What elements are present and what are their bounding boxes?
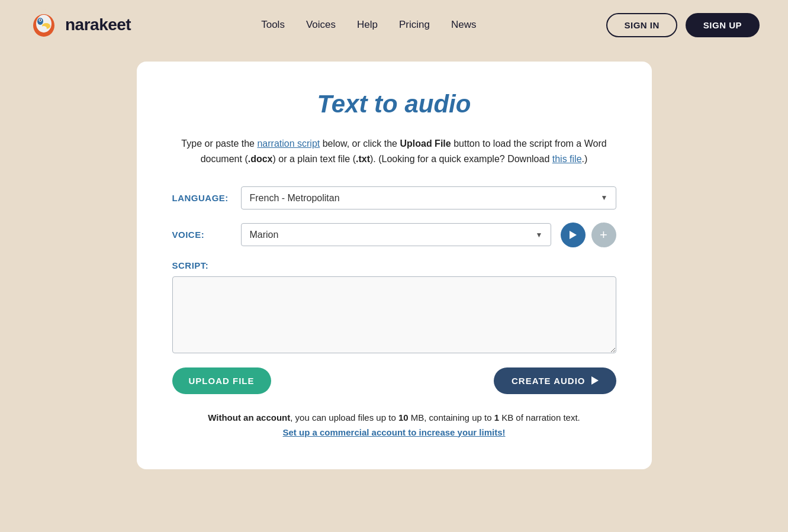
language-select-wrap: French - Metropolitan ▼ — [241, 186, 616, 209]
voice-row: VOICE: Marion ▼ + — [172, 223, 616, 247]
plus-icon: + — [600, 227, 607, 243]
voice-label: VOICE: — [172, 230, 231, 240]
svg-point-7 — [41, 26, 47, 31]
narration-script-link[interactable]: narration script — [257, 138, 320, 149]
main-container: Text to audio Type or paste the narratio… — [0, 50, 788, 493]
card: Text to audio Type or paste the narratio… — [137, 62, 652, 469]
page-title: Text to audio — [172, 90, 616, 118]
docx-bold: .docx — [248, 154, 273, 164]
bottom-note-6: KB of narration text. — [499, 412, 580, 423]
desc-part6: .) — [582, 154, 588, 164]
bottom-note: Without an account, you can upload files… — [172, 411, 616, 440]
action-row: UPLOAD FILE CREATE AUDIO — [172, 367, 616, 394]
svg-point-5 — [40, 20, 41, 21]
add-voice-button[interactable]: + — [591, 223, 616, 247]
without-account-bold: Without an account — [208, 412, 290, 423]
create-audio-button[interactable]: CREATE AUDIO — [494, 367, 616, 394]
script-label: SCRIPT: — [172, 260, 616, 270]
nav-voices[interactable]: Voices — [306, 19, 336, 30]
upload-file-button[interactable]: UPLOAD FILE — [172, 367, 271, 394]
play-voice-button[interactable] — [561, 223, 586, 247]
desc-part1: Type or paste the — [181, 138, 257, 149]
script-textarea[interactable] — [172, 276, 616, 353]
nav-news[interactable]: News — [451, 19, 477, 30]
bottom-note-4: MB, containing up to — [409, 412, 494, 423]
script-row: SCRIPT: — [172, 260, 616, 353]
logo-text: narakeet — [65, 15, 131, 34]
txt-bold: .txt — [356, 154, 370, 164]
nav-pricing[interactable]: Pricing — [399, 19, 430, 30]
mb-bold: 10 — [398, 412, 409, 423]
nav-links: Tools Voices Help Pricing News — [261, 19, 476, 31]
bottom-note-2: , you can upload files up to — [290, 412, 398, 423]
language-label: LANGUAGE: — [172, 193, 231, 203]
signup-button[interactable]: SIGN UP — [686, 13, 760, 37]
navbar: narakeet Tools Voices Help Pricing News … — [0, 0, 788, 50]
bottom-note-text: Without an account, you can upload files… — [172, 411, 616, 425]
nav-tools[interactable]: Tools — [261, 19, 285, 30]
signin-button[interactable]: SIGN IN — [606, 13, 677, 37]
create-audio-icon — [591, 376, 599, 385]
voice-select-wrap: Marion ▼ — [241, 223, 551, 246]
play-icon — [570, 231, 577, 239]
nav-logo[interactable]: narakeet — [28, 9, 131, 40]
create-audio-label: CREATE AUDIO — [512, 376, 586, 386]
desc-part5: ). (Looking for a quick example? Downloa… — [370, 154, 552, 164]
desc-part4: ) or a plain text file ( — [273, 154, 356, 164]
kb-bold: 1 — [494, 412, 499, 423]
this-file-link[interactable]: this file — [552, 154, 582, 164]
desc-part2: below, or click the — [323, 138, 400, 149]
upload-bold: Upload File — [400, 138, 451, 149]
voice-select[interactable]: Marion — [241, 223, 551, 246]
language-select[interactable]: French - Metropolitan — [241, 186, 616, 209]
commercial-account-link[interactable]: Set up a commercial account to increase … — [283, 427, 506, 437]
voice-actions: + — [561, 223, 616, 247]
description-text: Type or paste the narration script below… — [172, 136, 616, 167]
language-row: LANGUAGE: French - Metropolitan ▼ — [172, 186, 616, 209]
nav-help[interactable]: Help — [357, 19, 378, 30]
nav-actions: SIGN IN SIGN UP — [606, 13, 760, 37]
